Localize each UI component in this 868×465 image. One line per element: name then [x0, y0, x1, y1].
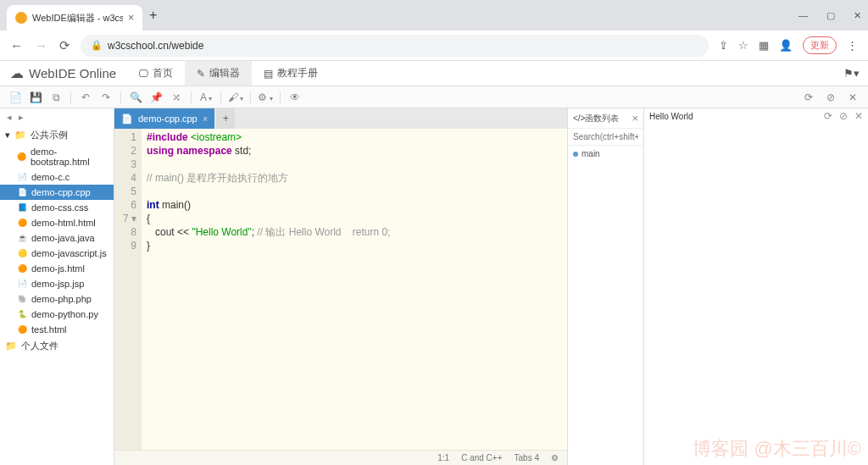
url-input[interactable]: 🔒 w3cschool.cn/webide — [81, 35, 709, 57]
file-item[interactable]: 🐘demo-php.php — [0, 291, 114, 307]
close-icon[interactable]: ✕ — [854, 10, 861, 21]
chrome-icon: 🟠 — [17, 324, 27, 335]
tab-close-icon[interactable]: × — [128, 12, 134, 24]
cloud-icon: ☁ — [10, 65, 24, 81]
folder-personal[interactable]: 📁个人文件 — [0, 337, 114, 355]
address-bar: ← → ⟳ 🔒 w3cschool.cn/webide ⇪ ☆ ▦ 👤 更新 ⋮ — [0, 30, 868, 61]
brand-label: WebIDE Online — [29, 66, 116, 80]
file-item[interactable]: 🐍demo-python.py — [0, 307, 114, 322]
css-icon: 📘 — [17, 202, 27, 213]
globe-icon[interactable]: ⊘ — [839, 110, 848, 122]
code-area[interactable]: 1234567 ▾89 #include <iostream>using nam… — [114, 129, 567, 450]
file-item[interactable]: 📘demo-css.css — [0, 200, 114, 215]
menu-tutorial[interactable]: ▤教程手册 — [252, 61, 330, 86]
menu-icon[interactable]: ⋮ — [847, 39, 858, 52]
settings-dropdown[interactable]: ⚙ — [257, 91, 274, 103]
tab-size[interactable]: Tabs 4 — [515, 453, 539, 462]
file-item[interactable]: 🟠demo-html.html — [0, 215, 114, 230]
file-item[interactable]: 📄demo-jsp.jsp — [0, 276, 114, 291]
function-panel: </>函数列表 × main — [567, 108, 643, 465]
function-search-input[interactable] — [568, 129, 643, 146]
function-item[interactable]: main — [568, 146, 643, 162]
minimize-icon[interactable]: — — [798, 10, 808, 21]
share-icon[interactable]: ⇪ — [719, 39, 728, 52]
tab-close-icon[interactable]: × — [203, 113, 208, 124]
chevron-down-icon: ▾ — [5, 130, 10, 141]
code-content[interactable]: #include <iostream>using namespace std; … — [142, 129, 396, 450]
folder-icon: 📁 — [14, 130, 26, 141]
file-item[interactable]: 🟠demo-bootstrap.html — [0, 144, 114, 169]
php-icon: 🐘 — [17, 294, 27, 304]
close-icon[interactable]: × — [632, 112, 638, 125]
reload-icon[interactable]: ⟳ — [59, 38, 70, 53]
shuffle-icon[interactable]: ⤮ — [168, 91, 185, 103]
chrome-icon: 🟠 — [17, 218, 27, 228]
cursor-position: 1:1 — [437, 453, 449, 462]
file-icon: 📄 — [121, 113, 133, 125]
refresh-icon[interactable]: ⟳ — [824, 110, 832, 122]
close-icon[interactable]: ✕ — [854, 110, 863, 122]
close-panel-icon[interactable]: ✕ — [844, 91, 861, 103]
update-button[interactable]: 更新 — [803, 36, 837, 54]
copy-icon[interactable]: ⧉ — [47, 91, 64, 103]
language-mode[interactable]: C and C++ — [461, 453, 502, 462]
file-icon: 📄 — [17, 172, 27, 182]
brand: ☁ WebIDE Online — [0, 61, 126, 86]
gear-icon[interactable]: ⚙ — [551, 453, 559, 462]
redo-icon[interactable]: ↷ — [97, 91, 114, 103]
file-item[interactable]: 📄demo-c.c — [0, 169, 114, 185]
pencil-icon: ✎ — [197, 68, 205, 80]
pin-icon[interactable]: 📌 — [147, 91, 164, 103]
browser-tab[interactable]: WebIDE编辑器 - w3cschool × — [7, 5, 142, 30]
book-icon: ▤ — [264, 68, 273, 80]
maximize-icon[interactable]: ▢ — [826, 10, 835, 21]
file-icon: 📄 — [17, 279, 27, 289]
preview-icon[interactable]: 👁 — [287, 91, 303, 103]
file-sidebar: ◂ ▸ ▾📁公共示例 🟠demo-bootstrap.html 📄demo-c.… — [0, 108, 114, 465]
font-dropdown[interactable]: A — [198, 91, 214, 103]
gutter: 1234567 ▾89 — [114, 129, 142, 450]
back-icon[interactable]: ← — [10, 38, 23, 53]
new-tab-button[interactable]: + — [149, 8, 157, 23]
file-item[interactable]: 🟠test.html — [0, 322, 114, 337]
window-controls: — ▢ ✕ — [798, 10, 861, 21]
prev-icon[interactable]: ◂ — [7, 112, 12, 123]
editor-tab-label: demo-cpp.cpp — [138, 113, 198, 124]
add-tab-button[interactable]: + — [216, 108, 235, 129]
file-item[interactable]: ☕demo-java.java — [0, 230, 114, 246]
file-item[interactable]: 🟠demo-js.html — [0, 261, 114, 276]
file-item-selected[interactable]: 📄demo-cpp.cpp — [0, 185, 114, 200]
editor-tab[interactable]: 📄 demo-cpp.cpp × — [114, 108, 214, 129]
extension-icon[interactable]: ▦ — [759, 39, 769, 52]
python-icon: 🐍 — [17, 309, 27, 319]
menu-editor[interactable]: ✎编辑器 — [185, 61, 252, 86]
menu-home[interactable]: 🖵首页 — [126, 61, 185, 86]
globe-icon[interactable]: ⊘ — [822, 91, 839, 103]
file-item[interactable]: 🟡demo-javascript.js — [0, 246, 114, 261]
chrome-icon: 🟠 — [17, 263, 27, 274]
new-file-icon[interactable]: 📄 — [7, 91, 24, 103]
language-flag[interactable]: ⚑▾ — [835, 61, 868, 86]
editor: 📄 demo-cpp.cpp × + 1234567 ▾89 #include … — [114, 108, 567, 465]
save-icon[interactable]: 💾 — [27, 91, 44, 103]
forward-icon[interactable]: → — [35, 38, 47, 53]
undo-icon[interactable]: ↶ — [77, 91, 94, 103]
dot-icon — [573, 152, 578, 157]
java-icon: ☕ — [17, 233, 27, 243]
file-icon: 📄 — [17, 187, 27, 197]
profile-icon[interactable]: 👤 — [779, 39, 793, 52]
brush-dropdown[interactable]: 🖌 — [227, 91, 244, 103]
url-text: w3cschool.cn/webide — [108, 40, 203, 52]
browser-tabstrip: WebIDE编辑器 - w3cschool × + — ▢ ✕ — [0, 0, 868, 30]
tab-title: WebIDE编辑器 - w3cschool — [32, 12, 123, 25]
output-panel: ⟳ ⊘ ✕ Hello World — [643, 108, 868, 465]
search-icon[interactable]: 🔍 — [127, 91, 144, 103]
next-icon[interactable]: ▸ — [19, 112, 24, 123]
refresh-icon[interactable]: ⟳ — [800, 91, 817, 103]
chrome-icon: 🟠 — [17, 152, 26, 162]
folder-public[interactable]: ▾📁公共示例 — [0, 126, 114, 144]
editor-toolbar: 📄 💾 ⧉ ↶ ↷ 🔍 📌 ⤮ A 🖌 ⚙ 👁 ⟳ ⊘ ✕ — [0, 86, 868, 108]
star-icon[interactable]: ☆ — [738, 39, 748, 52]
folder-icon: 📁 — [5, 340, 17, 352]
function-panel-title: </>函数列表 — [573, 113, 619, 125]
